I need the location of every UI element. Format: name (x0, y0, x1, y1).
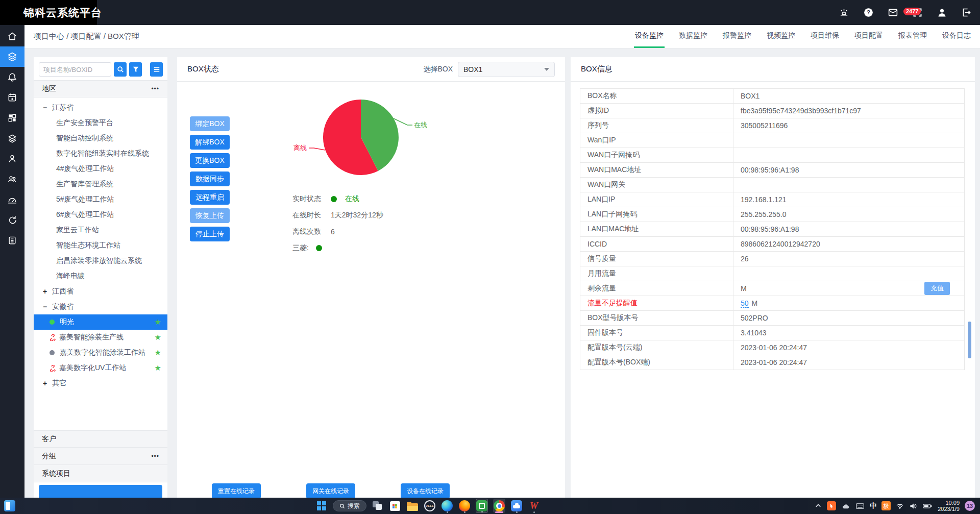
section-header[interactable]: 客户 (34, 430, 167, 448)
tree-item[interactable]: 生产智库管理系统 (34, 177, 167, 192)
tree-item[interactable]: 智能自动控制系统 (34, 131, 167, 146)
record-button[interactable]: 网关在线记录 (306, 483, 355, 499)
more-icon[interactable]: ••• (151, 85, 159, 92)
green-app-icon[interactable] (476, 499, 488, 513)
sidebar-item-alerts[interactable] (0, 67, 24, 87)
store-icon[interactable] (389, 499, 401, 513)
tree-item[interactable]: 明光★ (34, 314, 167, 330)
collapse-icon[interactable]: − (41, 303, 49, 311)
menu-button[interactable] (150, 62, 163, 77)
box-action-button[interactable]: 恢复上传 (190, 208, 230, 223)
dell-icon[interactable]: DELL (424, 499, 436, 513)
nav-tab[interactable]: 视频监控 (766, 25, 796, 48)
ime-app-icon[interactable]: 极 (881, 501, 891, 510)
ime-indicator[interactable]: 中 (870, 501, 876, 510)
tree-item[interactable]: 5#废气处理工作站 (34, 192, 167, 207)
onedrive-icon[interactable] (841, 503, 850, 509)
star-icon[interactable]: ★ (155, 348, 167, 357)
sidebar-item-resources[interactable] (0, 128, 24, 149)
tree-item[interactable]: 6#废气处理工作站 (34, 207, 167, 223)
sidebar-item-projects[interactable] (0, 46, 24, 67)
tree-item[interactable]: −安徽省 (34, 299, 167, 314)
sidebar-item-logs[interactable] (0, 230, 24, 251)
touch-keyboard-icon[interactable] (855, 503, 865, 509)
more-icon[interactable]: ••• (151, 453, 159, 460)
tree-item[interactable]: +其它 (34, 376, 167, 391)
filter-button[interactable] (129, 62, 142, 77)
edge-icon[interactable] (441, 499, 453, 513)
star-icon[interactable]: ★ (155, 363, 167, 373)
tree-item[interactable]: 4#废气处理工作站 (34, 161, 167, 177)
box-action-button[interactable]: 远程重启 (190, 190, 230, 205)
taskbar-clock[interactable]: 10:09 2023/1/9 (938, 500, 960, 512)
tree-item[interactable]: 嘉美数字化智能涂装工作站★ (34, 345, 167, 360)
nav-tab[interactable]: 项目维保 (810, 25, 840, 48)
expand-icon[interactable]: + (41, 287, 49, 296)
volume-icon[interactable] (909, 503, 917, 509)
recharge-button[interactable]: 充值 (924, 282, 950, 295)
notification-count-badge[interactable]: 13 (965, 501, 975, 511)
sidebar-item-dashboard[interactable] (0, 108, 24, 128)
nav-tab[interactable]: 报表管理 (897, 25, 928, 48)
wps-icon[interactable]: W (528, 499, 540, 513)
section-region[interactable]: 地区 ••• (34, 80, 167, 97)
search-input[interactable] (39, 62, 111, 77)
box-select[interactable]: BOX1 (458, 62, 555, 77)
firefox-icon[interactable] (458, 499, 471, 513)
record-button[interactable]: 重置在线记录 (212, 483, 261, 499)
tree-item[interactable]: 启昌涂装零排放智能云系统 (34, 253, 167, 268)
help-icon[interactable]: ? (863, 7, 874, 18)
alarm-siren-icon[interactable] (838, 7, 849, 18)
nav-tab[interactable]: 报警监控 (722, 25, 752, 48)
start-button[interactable] (315, 499, 328, 513)
box-action-button[interactable]: 停止上传 (190, 227, 230, 241)
record-button[interactable]: 设备在线记录 (401, 483, 450, 499)
tree-item[interactable]: 嘉美智能涂装生产线★ (34, 330, 167, 345)
tree-item[interactable]: 海峰电镀 (34, 268, 167, 284)
sidebar-item-sync[interactable] (0, 210, 24, 230)
expand-icon[interactable]: + (41, 379, 49, 387)
box-action-button[interactable]: 解绑BOX (190, 135, 230, 150)
cloud-app-icon[interactable] (510, 499, 523, 513)
sidebar-item-plans[interactable] (0, 87, 24, 108)
search-button[interactable] (114, 62, 127, 77)
box-action-button[interactable]: 绑定BOX (190, 116, 230, 131)
scrollbar-thumb[interactable] (968, 322, 971, 358)
user-icon[interactable] (936, 7, 947, 18)
box-action-button[interactable]: 数据同步 (190, 172, 230, 186)
fullscreen-icon[interactable]: 2477 (912, 7, 923, 18)
nav-tab[interactable]: 设备监控 (634, 25, 665, 48)
battery-icon[interactable] (922, 503, 933, 509)
tree-item[interactable]: 家里云工作站 (34, 223, 167, 238)
chrome-icon[interactable] (493, 499, 505, 513)
nav-tab[interactable]: 项目配置 (853, 25, 884, 48)
mail-icon[interactable] (887, 7, 898, 18)
file-explorer-icon[interactable] (406, 499, 419, 513)
tree-item[interactable]: 嘉美数字化UV工作站★ (34, 360, 167, 376)
star-icon[interactable]: ★ (155, 333, 167, 342)
tree-item[interactable]: +江西省 (34, 284, 167, 299)
collapse-icon[interactable]: − (41, 104, 49, 112)
taskbar-search[interactable]: 搜索 (333, 500, 366, 511)
tree-item[interactable]: 数字化智能组装实时在线系统 (34, 146, 167, 161)
nav-tab[interactable]: 设备日志 (941, 25, 972, 48)
box-action-button[interactable]: 更换BOX (190, 153, 230, 168)
tree-item[interactable]: 生产安全预警平台 (34, 115, 167, 131)
sidebar-item-home[interactable] (0, 26, 24, 46)
star-icon[interactable]: ★ (155, 317, 167, 327)
sidebar-item-customers[interactable] (0, 169, 24, 189)
sidebar-item-account[interactable] (0, 149, 24, 169)
task-view-icon[interactable] (372, 499, 384, 513)
tree-item[interactable]: −江苏省 (34, 100, 167, 115)
sidebar-item-monitor[interactable] (0, 189, 24, 210)
section-header[interactable]: 分组••• (34, 448, 167, 465)
threshold-link[interactable]: 50 (741, 299, 749, 308)
tree-item[interactable]: 智能生态环境工作站 (34, 238, 167, 253)
section-header[interactable]: 系统项目 (34, 465, 167, 482)
nav-tab[interactable]: 数据监控 (678, 25, 708, 48)
tray-expand-icon[interactable] (815, 503, 822, 509)
widgets-icon[interactable] (4, 500, 15, 511)
wifi-icon[interactable] (896, 503, 904, 509)
pointer-app-icon[interactable] (827, 501, 836, 510)
logout-icon[interactable] (961, 7, 972, 18)
